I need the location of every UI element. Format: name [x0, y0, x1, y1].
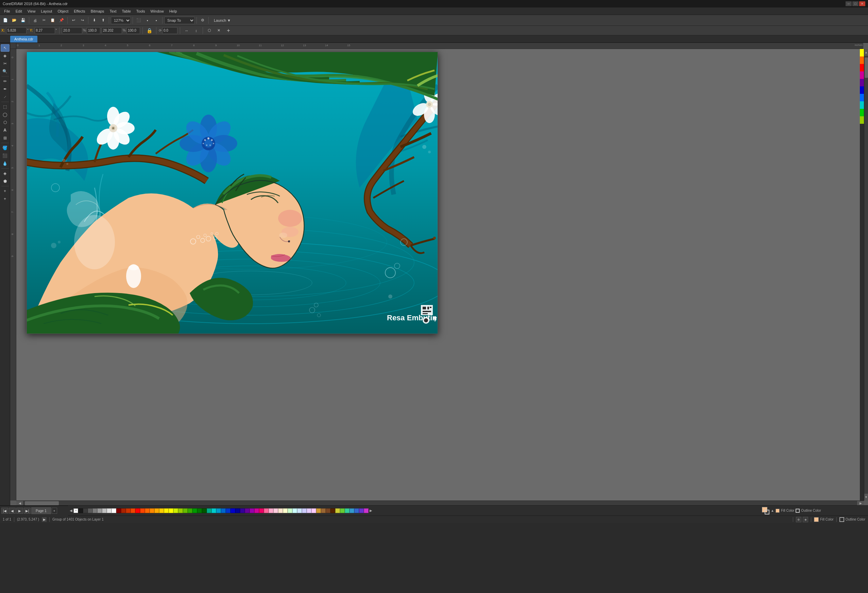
- vscroll-thumb[interactable]: [865, 58, 868, 78]
- parallel-draw-tool[interactable]: ⟋: [1, 93, 9, 101]
- menu-file[interactable]: File: [1, 9, 13, 14]
- print-button[interactable]: 🖨: [31, 16, 39, 25]
- mirror-h-button[interactable]: ↔: [183, 27, 191, 35]
- eyedropper-tool[interactable]: 💧: [1, 160, 9, 167]
- rectangle-tool[interactable]: ⬚: [1, 103, 9, 111]
- pal-teal2[interactable]: [207, 508, 211, 513]
- align-right-button[interactable]: ▪: [152, 16, 161, 25]
- hscroll-left[interactable]: ◀: [16, 501, 23, 505]
- add-transform-button[interactable]: +: [224, 27, 233, 35]
- pal-blue-light[interactable]: [216, 508, 221, 513]
- cut-button[interactable]: ✂: [40, 16, 48, 25]
- pal-green[interactable]: [192, 508, 197, 513]
- pal-purple[interactable]: [245, 508, 249, 513]
- menu-help[interactable]: Help: [167, 9, 180, 14]
- vertical-scrollbar[interactable]: ▲ ▼: [864, 49, 868, 500]
- pal-lt-blue[interactable]: [297, 508, 302, 513]
- align-left-button[interactable]: ⬛: [134, 16, 143, 25]
- freehand-tool[interactable]: ✏: [1, 78, 9, 85]
- pal-cream[interactable]: [283, 508, 288, 513]
- fill-swatch[interactable]: [775, 509, 779, 513]
- outline-color-box[interactable]: [765, 510, 769, 515]
- smart-fill[interactable]: ⬟: [1, 177, 9, 185]
- pal-brown[interactable]: [321, 508, 326, 513]
- add-page-up[interactable]: +: [1, 187, 9, 195]
- first-page-button[interactable]: |◀: [1, 507, 8, 514]
- palette-none[interactable]: ✕: [74, 508, 78, 513]
- minimize-button[interactable]: ─: [846, 1, 852, 6]
- menu-text[interactable]: Text: [107, 9, 119, 14]
- open-button[interactable]: 📂: [10, 16, 18, 25]
- pal-lime2[interactable]: [183, 508, 187, 513]
- menu-bitmaps[interactable]: Bitmaps: [88, 9, 107, 14]
- blend-tool[interactable]: ⬛: [1, 152, 9, 159]
- strip-lime[interactable]: [860, 116, 864, 124]
- pal-lt-cyan[interactable]: [292, 508, 297, 513]
- pal-dkgreen[interactable]: [197, 508, 202, 513]
- pal-yellow-green[interactable]: [173, 508, 178, 513]
- launch-button[interactable]: Launch ▼: [210, 16, 234, 25]
- pal-med-teal[interactable]: [345, 508, 350, 513]
- import-button[interactable]: ⬇: [90, 16, 98, 25]
- menu-tools[interactable]: Tools: [134, 9, 148, 14]
- strip-magenta[interactable]: [860, 71, 864, 79]
- maximize-button[interactable]: □: [852, 1, 859, 6]
- height-pct-input[interactable]: 100.0: [127, 27, 140, 34]
- menu-window[interactable]: Window: [148, 9, 167, 14]
- view-icon[interactable]: ◈: [803, 517, 808, 522]
- pal-cyan[interactable]: [211, 508, 216, 513]
- width-input[interactable]: 20.0: [62, 27, 82, 34]
- pal-dark[interactable]: [83, 508, 88, 513]
- smart-draw-tool[interactable]: ✒: [1, 86, 9, 93]
- pal-pink-lt2[interactable]: [273, 508, 278, 513]
- polygon-tool[interactable]: ⬡: [1, 119, 9, 126]
- pal-peach[interactable]: [278, 508, 283, 513]
- table-tool[interactable]: ⊞: [1, 134, 9, 142]
- vscroll-down[interactable]: ▼: [864, 494, 868, 500]
- pal-red2[interactable]: [131, 508, 135, 513]
- hscroll-thumb[interactable]: [25, 501, 59, 505]
- strip-yellow[interactable]: [860, 49, 864, 56]
- new-button[interactable]: 📄: [1, 16, 9, 25]
- pal-darkbrown[interactable]: [331, 508, 335, 513]
- hscroll-right[interactable]: ▶: [857, 501, 864, 505]
- outline-swatch[interactable]: [796, 509, 800, 513]
- rotation-input[interactable]: 0.0: [162, 27, 177, 34]
- pal-red[interactable]: [135, 508, 140, 513]
- interactive-fill[interactable]: ◈: [1, 170, 9, 177]
- strip-purple[interactable]: [860, 79, 864, 86]
- menu-effects[interactable]: Effects: [71, 9, 88, 14]
- pal-white[interactable]: [112, 508, 116, 513]
- page-tab-1[interactable]: Page 1: [31, 507, 51, 514]
- pal-forest[interactable]: [202, 508, 207, 513]
- pal-pink-dark[interactable]: [259, 508, 264, 513]
- pal-indigo[interactable]: [240, 508, 245, 513]
- pal-violet[interactable]: [249, 508, 254, 513]
- pal-yellow2[interactable]: [164, 508, 169, 513]
- pal-yellow-dark[interactable]: [159, 508, 164, 513]
- horizontal-scrollbar[interactable]: ◀ ▶: [16, 500, 864, 505]
- canvas-area[interactable]: 0 1 2 3 4 5 6 7 8 9 10 11 12 13 14 15 in…: [10, 43, 868, 505]
- pal-ltgray[interactable]: [107, 508, 112, 513]
- add-page-down[interactable]: +: [1, 195, 9, 203]
- fill-tool[interactable]: 🪣: [1, 144, 9, 152]
- pal-yellow[interactable]: [169, 508, 173, 513]
- height-input[interactable]: 28.202: [102, 27, 122, 34]
- export-button[interactable]: ⬆: [99, 16, 107, 25]
- outline-status-box[interactable]: [840, 517, 844, 522]
- strip-blue[interactable]: [860, 94, 864, 101]
- snap-to-select[interactable]: Snap To: [164, 17, 195, 24]
- snap-icon[interactable]: ⊕: [796, 517, 802, 522]
- pal-brown2[interactable]: [326, 508, 331, 513]
- pal-black[interactable]: [78, 508, 83, 513]
- palette-arrow-left[interactable]: ◀: [69, 508, 74, 513]
- pal-navy[interactable]: [235, 508, 240, 513]
- document-tab[interactable]: Antheia.cdr: [10, 36, 37, 43]
- coords-settings[interactable]: ▶: [42, 517, 47, 522]
- menu-view[interactable]: View: [25, 9, 38, 14]
- pal-med-blue[interactable]: [350, 508, 354, 513]
- pal-magenta[interactable]: [254, 508, 259, 513]
- pal-amber[interactable]: [154, 508, 159, 513]
- pal-gray3[interactable]: [97, 508, 102, 513]
- pal-gray2[interactable]: [93, 508, 97, 513]
